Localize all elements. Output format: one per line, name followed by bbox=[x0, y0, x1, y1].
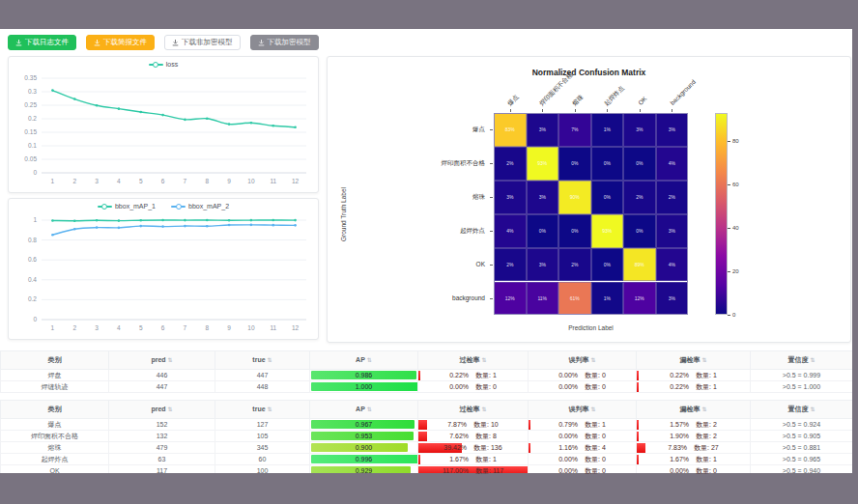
rate-value: 7.62%数量: 8 bbox=[418, 431, 528, 441]
svg-text:1: 1 bbox=[51, 324, 55, 331]
rate-bar-wrap: 1.90%数量: 2 bbox=[637, 431, 750, 441]
column-header-漏检率[interactable]: 漏检率⇅ bbox=[637, 401, 751, 419]
ap-value: 1.000 bbox=[310, 381, 417, 392]
column-header-pred[interactable]: pred⇅ bbox=[109, 351, 215, 370]
map-chart-plot: 00.20.40.60.81123456789101112 bbox=[9, 214, 318, 339]
cell-misjudge-rate: 0.00%数量: 0 bbox=[529, 381, 637, 393]
svg-text:7: 7 bbox=[184, 178, 187, 184]
column-header-true[interactable]: true⇅ bbox=[215, 351, 310, 370]
download-log-button[interactable]: 下载日志文件 bbox=[8, 35, 76, 50]
confusion-cell: 3% bbox=[494, 181, 527, 214]
svg-text:8: 8 bbox=[205, 178, 209, 184]
sort-icon[interactable]: ⇅ bbox=[481, 357, 486, 363]
confusion-cell: 3% bbox=[623, 113, 656, 147]
column-header-label: pred bbox=[151, 356, 165, 363]
svg-text:0.8: 0.8 bbox=[28, 237, 37, 243]
sort-icon[interactable]: ⇅ bbox=[701, 357, 706, 363]
rate-percent: 1.67% bbox=[670, 456, 689, 462]
cell-misjudge-rate: 0.00%数量: 0 bbox=[529, 454, 637, 465]
rate-value: 39.42%数量: 136 bbox=[418, 442, 528, 453]
sort-icon[interactable]: ⇅ bbox=[168, 406, 173, 412]
svg-text:9: 9 bbox=[227, 178, 231, 184]
column-header-true[interactable]: true⇅ bbox=[215, 401, 310, 419]
rate-value: 0.00%数量: 0 bbox=[529, 465, 636, 476]
cell-true: 447 bbox=[215, 370, 310, 381]
download-report-button[interactable]: 下载简报文件 bbox=[86, 35, 155, 50]
axis-tick bbox=[490, 265, 493, 266]
sort-icon[interactable]: ⇅ bbox=[810, 406, 815, 412]
legend-item-bbox_mAP_2[interactable]: bbox_mAP_2 bbox=[171, 203, 229, 210]
sort-icon[interactable]: ⇅ bbox=[701, 406, 706, 412]
cell-true: 60 bbox=[215, 454, 310, 465]
column-header-label: 置信度 bbox=[787, 356, 808, 363]
sort-icon[interactable]: ⇅ bbox=[810, 357, 815, 363]
confusion-matrix-card: Normalized Confusion Matrix83%3%7%1%3%3%… bbox=[327, 56, 851, 343]
column-header-误判率[interactable]: 误判率⇅ bbox=[529, 351, 637, 370]
column-header-置信度[interactable]: 置信度⇅ bbox=[751, 401, 853, 419]
matrix-row-label: 爆点 bbox=[328, 126, 485, 134]
confusion-cell: 90% bbox=[558, 181, 591, 214]
sort-icon[interactable]: ⇅ bbox=[367, 406, 372, 412]
ap-bar-wrap: 0.986 bbox=[310, 370, 417, 380]
cell-ap: 0.986 bbox=[310, 370, 418, 381]
cell-miss-rate: 7.83%数量: 27 bbox=[637, 442, 751, 454]
column-header-过检率[interactable]: 过检率⇅ bbox=[418, 401, 529, 419]
column-header-AP[interactable]: AP⇅ bbox=[310, 351, 418, 370]
axis-tick bbox=[490, 197, 493, 198]
column-header-误判率[interactable]: 误判率⇅ bbox=[529, 401, 637, 419]
ap-bar-wrap: 0.953 bbox=[310, 431, 417, 441]
rate-percent: 1.57% bbox=[670, 421, 689, 428]
svg-text:10: 10 bbox=[247, 178, 255, 184]
column-header-label: AP bbox=[356, 406, 365, 412]
axis-tick bbox=[490, 129, 493, 130]
download-encrypted-model-button[interactable]: 下载加密模型 bbox=[250, 35, 319, 50]
rate-bar-wrap: 7.87%数量: 10 bbox=[418, 419, 528, 430]
confusion-cell: 3% bbox=[527, 113, 559, 147]
cell-misjudge-rate: 1.16%数量: 4 bbox=[529, 442, 637, 454]
rate-value: 0.00%数量: 0 bbox=[529, 370, 636, 380]
cell-misjudge-rate: 0.00%数量: 0 bbox=[529, 465, 637, 477]
cell-ap: 0.953 bbox=[310, 431, 418, 442]
download-unencrypted-model-button[interactable]: 下载非加密模型 bbox=[164, 35, 241, 50]
rate-percent: 0.22% bbox=[670, 372, 689, 378]
column-header-过检率[interactable]: 过检率⇅ bbox=[418, 351, 529, 370]
confusion-cell: 0% bbox=[558, 147, 591, 181]
ap-value: 0.929 bbox=[310, 465, 417, 476]
sort-icon[interactable]: ⇅ bbox=[481, 406, 486, 412]
sort-icon[interactable]: ⇅ bbox=[268, 406, 272, 412]
column-header-置信度[interactable]: 置信度⇅ bbox=[751, 351, 853, 370]
matrix-y-axis-label: Ground Truth Label bbox=[340, 187, 347, 241]
rate-percent: 0.00% bbox=[449, 383, 469, 390]
sort-icon[interactable]: ⇅ bbox=[268, 357, 272, 363]
axis-tick bbox=[672, 109, 672, 112]
column-header-pred[interactable]: pred⇅ bbox=[109, 401, 215, 419]
svg-text:0.2: 0.2 bbox=[28, 115, 37, 122]
map-chart-legend: bbox_mAP_1bbox_mAP_2 bbox=[9, 203, 318, 210]
cell-miss-rate: 0.00%数量: 0 bbox=[637, 465, 751, 477]
confusion-cell: 3% bbox=[527, 248, 559, 282]
cell-misjudge-rate: 0.79%数量: 1 bbox=[529, 419, 637, 431]
button-label: 下载简报文件 bbox=[103, 39, 147, 46]
sort-icon[interactable]: ⇅ bbox=[590, 406, 595, 412]
rate-bar-wrap: 0.00%数量: 0 bbox=[637, 465, 750, 476]
svg-text:12: 12 bbox=[292, 324, 300, 331]
legend-item-loss[interactable]: loss bbox=[149, 61, 178, 68]
download-icon bbox=[15, 40, 22, 46]
rate-quantity: 数量: 1 bbox=[696, 456, 717, 462]
rate-bar-wrap: 0.00%数量: 0 bbox=[529, 465, 636, 476]
confusion-cell: 3% bbox=[656, 113, 689, 147]
sort-icon[interactable]: ⇅ bbox=[367, 357, 372, 363]
column-header-label: 类别 bbox=[48, 406, 62, 412]
confusion-cell: 0% bbox=[591, 248, 624, 282]
column-header-AP[interactable]: AP⇅ bbox=[310, 401, 418, 419]
rate-value: 0.22%数量: 1 bbox=[418, 370, 528, 380]
cell-true: 105 bbox=[215, 431, 310, 442]
sort-icon[interactable]: ⇅ bbox=[590, 357, 595, 363]
axis-tick bbox=[490, 163, 493, 164]
confusion-cell: 3% bbox=[656, 214, 689, 248]
svg-text:0: 0 bbox=[33, 316, 37, 322]
legend-item-bbox_mAP_1[interactable]: bbox_mAP_1 bbox=[98, 203, 156, 210]
sort-icon[interactable]: ⇅ bbox=[168, 357, 173, 363]
button-label: 下载非加密模型 bbox=[182, 39, 233, 46]
column-header-漏检率[interactable]: 漏检率⇅ bbox=[637, 351, 751, 370]
